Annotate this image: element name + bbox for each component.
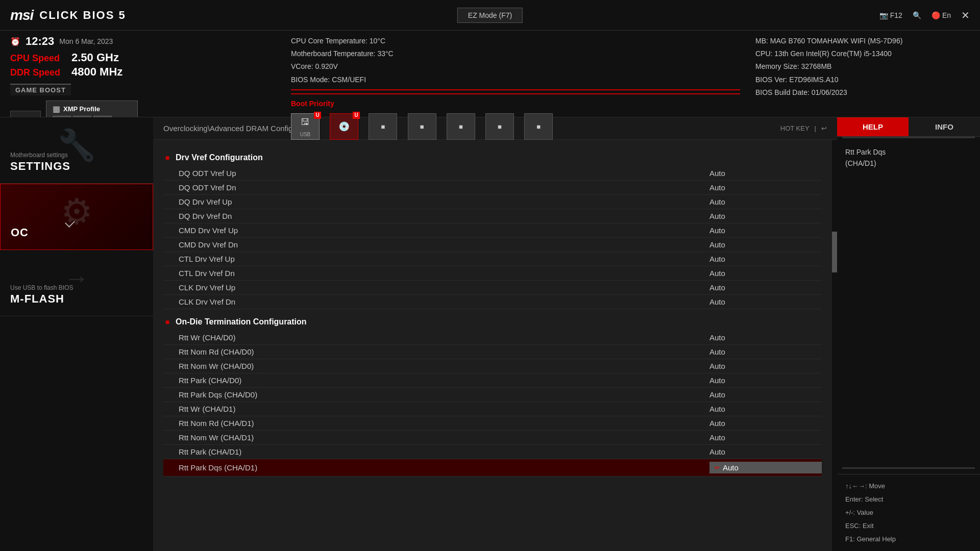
collapse-drv-vref[interactable]: ■	[163, 154, 172, 162]
help-content: Rtt Park Dqs(CHA/D1)	[837, 138, 980, 311]
row-rtt-wr-d1[interactable]: Rtt Wr (CHA/D1) Auto	[163, 402, 822, 416]
table-wrapper: ■ Drv Vref Configuration DQ ODT Vref Up …	[153, 140, 837, 551]
sidebar-item-settings[interactable]: 🔧 Motherboard settings SETTINGS	[0, 117, 153, 184]
left-sidebar: 🔧 Motherboard settings SETTINGS ⚙ OC → U…	[0, 117, 153, 551]
ddr-speed-row: DDR Speed 4800 MHz	[10, 65, 276, 79]
top-bar: msi CLICK BIOS 5 EZ Mode (F7) 📷 F12 🔍 🔴 …	[0, 0, 980, 31]
scrollbar-thumb[interactable]	[832, 232, 837, 272]
boot-badge-1: U	[353, 112, 360, 119]
boot-icon-0: 🖫	[301, 114, 310, 130]
row-rtt-nom-wr-d0[interactable]: Rtt Nom Wr (CHA/D0) Auto	[163, 359, 822, 373]
row-dq-odt-vref-dn[interactable]: DQ ODT Vref Dn Auto	[163, 181, 822, 195]
row-rtt-park-dqs-d0[interactable]: Rtt Park Dqs (CHA/D0) Auto	[163, 388, 822, 402]
boot-device-4[interactable]: ▪	[447, 113, 475, 140]
camera-icon: 📷	[879, 11, 888, 19]
boot-device-1[interactable]: U 💿	[330, 113, 358, 140]
row-rtt-nom-rd-d0[interactable]: Rtt Nom Rd (CHA/D0) Auto	[163, 345, 822, 359]
row-clk-drv-vref-up[interactable]: CLK Drv Vref Up Auto	[163, 281, 822, 295]
content-area: Overclocking\Advanced DRAM Configuration…	[153, 117, 837, 551]
ddr-speed-value: 4800 MHz	[71, 65, 122, 79]
hotkey-label: HOT KEY	[780, 124, 810, 132]
boot-device-6[interactable]: ▪	[524, 113, 553, 140]
boot-device-3[interactable]: ▪	[408, 113, 436, 140]
cpu-temp: CPU Core Temperature: 10°C	[291, 35, 740, 47]
row-rtt-nom-rd-d1[interactable]: Rtt Nom Rd (CHA/D1) Auto	[163, 416, 822, 431]
center-info: CPU Core Temperature: 10°C Motherboard T…	[276, 35, 755, 113]
boot-icon-4: ▪	[458, 115, 463, 139]
ez-mode-button[interactable]: EZ Mode (F7)	[457, 8, 523, 23]
row-cmd-drv-vref-dn[interactable]: CMD Drv Vref Dn Auto	[163, 238, 822, 252]
row-rtt-nom-wr-d1[interactable]: Rtt Nom Wr (CHA/D1) Auto	[163, 431, 822, 445]
boot-device-5[interactable]: ▪	[485, 113, 514, 140]
boot-icon-6: ▪	[536, 115, 541, 139]
row-rtt-park-dqs-d1[interactable]: Rtt Park Dqs (CHA/D1) ✏ Auto	[163, 459, 822, 477]
row-ctl-drv-vref-dn[interactable]: CTL Drv Vref Dn Auto	[163, 266, 822, 281]
click-bios-title: CLICK BIOS 5	[39, 9, 126, 22]
row-cmd-drv-vref-up[interactable]: CMD Drv Vref Up Auto	[163, 223, 822, 238]
language-button[interactable]: 🔴 En	[932, 11, 951, 19]
cpu-name: CPU: 13th Gen Intel(R) Core(TM) i5-13400	[755, 47, 970, 60]
search-button[interactable]: 🔍	[913, 11, 921, 19]
row-rtt-wr-d0[interactable]: Rtt Wr (CHA/D0) Auto	[163, 331, 822, 345]
cpu-speed-row: CPU Speed 2.50 GHz	[10, 51, 276, 64]
datetime: ⏰ 12:23 Mon 6 Mar, 2023	[10, 35, 276, 48]
sidebar-item-oc[interactable]: ⚙ OC	[0, 184, 153, 250]
boot-icon-2: ▪	[381, 115, 385, 139]
ddr-speed-label: DDR Speed	[10, 67, 66, 78]
key-f1: F1: General Help	[845, 533, 972, 546]
boot-icon-5: ▪	[497, 115, 502, 139]
row-dq-odt-vref-up[interactable]: DQ ODT Vref Up Auto	[163, 166, 822, 181]
edit-icon: ✏	[715, 464, 720, 471]
section-on-die-header: ■ On-Die Termination Configuration	[163, 317, 822, 327]
section-drv-vref-header: ■ Drv Vref Configuration	[163, 153, 822, 162]
bios-date: BIOS Build Date: 01/06/2023	[755, 86, 970, 99]
row-ctl-drv-vref-up[interactable]: CTL Drv Vref Up Auto	[163, 252, 822, 266]
selected-value: Auto	[723, 463, 739, 472]
row-rtt-park-d0[interactable]: Rtt Park (CHA/D0) Auto	[163, 373, 822, 388]
close-button[interactable]: ✕	[961, 9, 970, 21]
left-info: ⏰ 12:23 Mon 6 Mar, 2023 CPU Speed 2.50 G…	[10, 35, 276, 113]
msi-logo: msi	[10, 7, 33, 23]
tab-info[interactable]: INFO	[909, 117, 980, 136]
xmp-icon: ▦	[53, 104, 60, 114]
cpu-speed-label: CPU Speed	[10, 53, 66, 64]
oc-bg-icon: ⚙	[6, 189, 148, 234]
settings-table[interactable]: ■ Drv Vref Configuration DQ ODT Vref Up …	[153, 140, 832, 551]
key-guide: ↑↓←→: Move Enter: Select +/-: Value ESC:…	[837, 474, 980, 551]
date-display: Mon 6 Mar, 2023	[59, 37, 113, 45]
search-icon: 🔍	[913, 11, 921, 19]
boot-device-0[interactable]: U 🖫 USB	[291, 113, 320, 140]
right-info: MB: MAG B760 TOMAHAWK WIFI (MS-7D96) CPU…	[755, 35, 970, 113]
main-layout: 🔧 Motherboard settings SETTINGS ⚙ OC → U…	[0, 117, 980, 551]
collapse-on-die[interactable]: ■	[163, 318, 172, 326]
boot-icon-3: ▪	[420, 115, 424, 139]
screenshot-button[interactable]: 📷 F12	[879, 11, 902, 19]
row-rtt-park-d1[interactable]: Rtt Park (CHA/D1) Auto	[163, 445, 822, 459]
flag-icon: 🔴	[932, 11, 940, 19]
key-value: +/-: Value	[845, 506, 972, 519]
key-enter: Enter: Select	[845, 493, 972, 506]
help-info-tabs: HELP INFO	[837, 117, 980, 137]
row-clk-drv-vref-dn[interactable]: CLK Drv Vref Dn Auto	[163, 295, 822, 309]
right-panel: HELP INFO Rtt Park Dqs(CHA/D1) ↑↓←→: Mov…	[837, 117, 980, 551]
top-right-controls: 📷 F12 🔍 🔴 En ✕	[879, 9, 970, 21]
info-bar: ⏰ 12:23 Mon 6 Mar, 2023 CPU Speed 2.50 G…	[0, 31, 980, 117]
row-dq-drv-vref-dn[interactable]: DQ Drv Vref Dn Auto	[163, 209, 822, 223]
row-dq-drv-vref-up[interactable]: DQ Drv Vref Up Auto	[163, 195, 822, 209]
tab-help[interactable]: HELP	[837, 117, 909, 136]
bios-ver: BIOS Ver: E7D96IMS.A10	[755, 73, 970, 86]
section-on-die-title: On-Die Termination Configuration	[176, 317, 307, 327]
logo-area: msi CLICK BIOS 5	[10, 7, 126, 23]
sidebar-item-mflash[interactable]: → Use USB to flash BIOS M-FLASH	[0, 250, 153, 316]
time-display: 12:23	[26, 35, 54, 48]
cpu-speed-value: 2.50 GHz	[71, 51, 119, 64]
section-drv-vref-title: Drv Vref Configuration	[176, 153, 263, 162]
boot-icon-1: 💿	[338, 118, 350, 135]
game-boost[interactable]: GAME BOOST	[10, 84, 71, 95]
mb-temp: Motherboard Temperature: 33°C	[291, 47, 740, 60]
boot-priority-label: Boot Priority	[291, 97, 740, 110]
bios-mode: BIOS Mode: CSM/UEFI	[291, 73, 740, 86]
boot-device-2[interactable]: ▪	[369, 113, 397, 140]
scrollbar[interactable]	[832, 140, 837, 551]
back-icon[interactable]: ↩	[821, 124, 827, 132]
